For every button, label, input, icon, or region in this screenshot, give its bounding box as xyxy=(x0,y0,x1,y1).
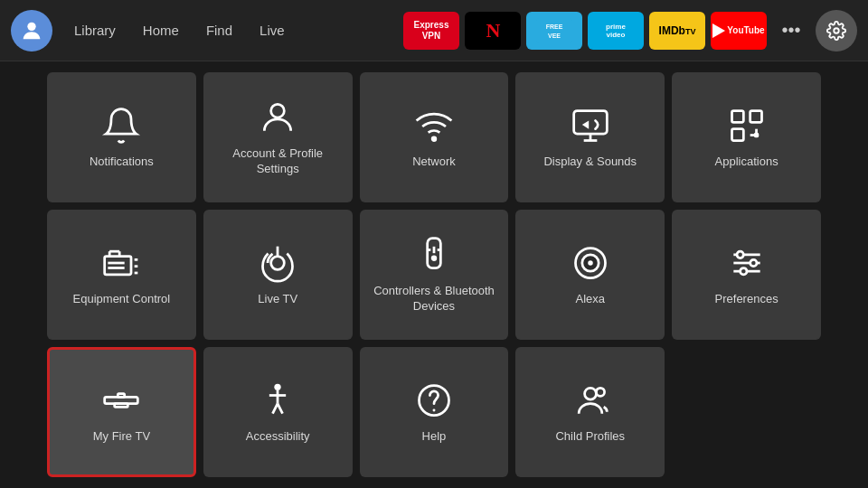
svg-rect-10 xyxy=(731,110,743,122)
svg-rect-13 xyxy=(755,134,758,136)
grid-notifications[interactable]: Notifications xyxy=(47,72,196,202)
grid-controllers-bluetooth[interactable]: Controllers & Bluetooth Devices xyxy=(360,210,509,340)
live-tv-label: Live TV xyxy=(258,292,297,307)
alexa-label: Alexa xyxy=(576,292,606,307)
notifications-label: Notifications xyxy=(90,155,154,170)
grid-my-fire-tv[interactable]: My Fire TV xyxy=(47,347,196,477)
grid-display-sounds[interactable]: Display & Sounds xyxy=(515,72,665,202)
avatar[interactable] xyxy=(11,10,52,52)
applications-label: Applications xyxy=(715,155,778,170)
svg-rect-7 xyxy=(573,110,607,134)
svg-point-38 xyxy=(737,251,743,258)
svg-point-29 xyxy=(432,257,436,260)
network-label: Network xyxy=(412,155,456,170)
svg-line-48 xyxy=(278,403,283,413)
app-icons-bar: ExpressVPN N FREE VEE primevideo IMDbTV … xyxy=(403,10,857,52)
nav-find[interactable]: Find xyxy=(193,17,245,43)
grid-child-profiles[interactable]: Child Profiles xyxy=(515,347,665,477)
svg-point-34 xyxy=(588,260,593,266)
grid-help[interactable]: Help xyxy=(360,347,509,477)
grid-alexa[interactable]: Alexa xyxy=(515,210,665,340)
display-sounds-label: Display & Sounds xyxy=(543,155,637,170)
nav-links: Library Home Find Live xyxy=(61,17,297,43)
grid-preferences[interactable]: Preferences xyxy=(672,210,821,340)
svg-point-4 xyxy=(834,28,839,33)
child-profiles-label: Child Profiles xyxy=(555,429,625,445)
app-freevee[interactable]: FREE VEE xyxy=(526,12,582,50)
svg-rect-16 xyxy=(105,256,131,274)
grid-applications[interactable]: Applications xyxy=(672,72,821,202)
svg-point-39 xyxy=(750,259,756,266)
app-netflix[interactable]: N xyxy=(465,12,521,50)
svg-point-0 xyxy=(27,22,35,30)
app-prime[interactable]: primevideo xyxy=(588,12,644,50)
more-apps-button[interactable]: ••• xyxy=(772,12,810,50)
nav-library[interactable]: Library xyxy=(61,17,128,43)
svg-rect-42 xyxy=(115,403,128,407)
svg-text:VEE: VEE xyxy=(548,33,561,39)
settings-button[interactable] xyxy=(816,10,857,52)
svg-rect-11 xyxy=(750,110,761,122)
svg-line-47 xyxy=(273,403,278,413)
svg-rect-1 xyxy=(536,18,572,43)
svg-point-52 xyxy=(596,388,604,396)
svg-point-5 xyxy=(271,104,285,117)
app-expressvpn[interactable]: ExpressVPN xyxy=(403,12,459,50)
app-imdb[interactable]: IMDbTV xyxy=(649,12,705,50)
account-profile-label: Account & Profile Settings xyxy=(212,146,344,177)
help-label: Help xyxy=(422,429,447,445)
controllers-bluetooth-label: Controllers & Bluetooth Devices xyxy=(369,284,500,314)
grid-live-tv[interactable]: Live TV xyxy=(203,210,353,340)
svg-point-50 xyxy=(433,408,436,411)
svg-point-6 xyxy=(432,136,436,140)
top-nav: Library Home Find Live ExpressVPN N FREE… xyxy=(0,0,868,61)
settings-grid: Notifications Account & Profile Settings… xyxy=(0,61,868,488)
svg-rect-43 xyxy=(118,393,125,397)
svg-text:FREE: FREE xyxy=(546,23,563,30)
grid-accessibility[interactable]: Accessibility xyxy=(203,347,353,477)
preferences-label: Preferences xyxy=(715,292,778,307)
grid-equipment-control[interactable]: Equipment Control xyxy=(47,210,196,340)
grid-account-profile[interactable]: Account & Profile Settings xyxy=(203,72,353,202)
nav-live[interactable]: Live xyxy=(247,17,297,43)
accessibility-label: Accessibility xyxy=(246,429,310,445)
my-fire-tv-label: My Fire TV xyxy=(93,429,150,445)
svg-point-51 xyxy=(584,388,596,399)
app-youtube[interactable]: YouTube xyxy=(711,12,767,50)
grid-network[interactable]: Network xyxy=(360,72,509,202)
svg-point-40 xyxy=(740,267,746,274)
svg-point-44 xyxy=(275,383,281,389)
svg-rect-12 xyxy=(731,128,743,140)
nav-home[interactable]: Home xyxy=(130,17,192,43)
equipment-control-label: Equipment Control xyxy=(73,292,171,307)
svg-point-26 xyxy=(271,256,285,269)
